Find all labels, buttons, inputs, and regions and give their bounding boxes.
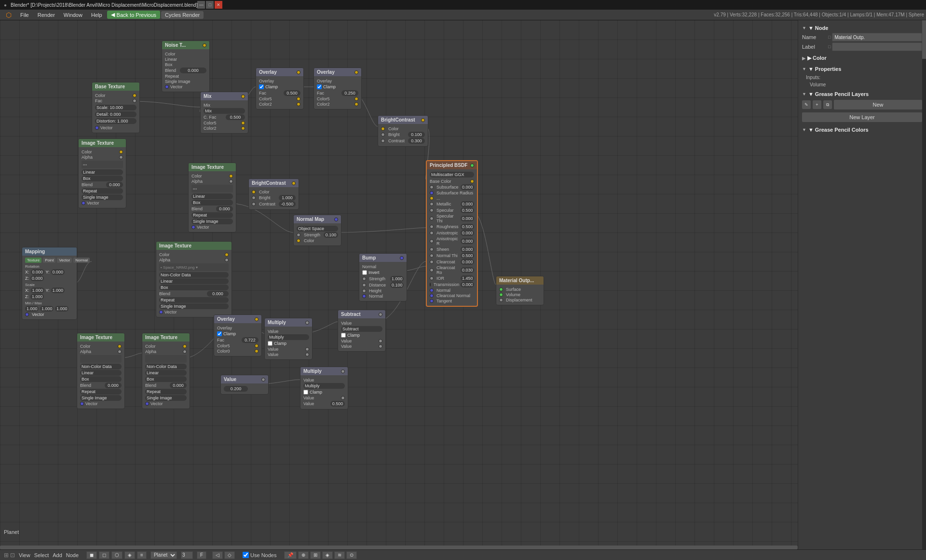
value-node: Value xyxy=(220,375,269,395)
fac-out-socket[interactable] xyxy=(133,99,136,103)
gp-colors-header[interactable]: ▼ ▼ Grease Pencil Colors xyxy=(802,126,922,134)
contrast-2[interactable] xyxy=(279,201,296,207)
view-menu[interactable]: View xyxy=(19,552,30,558)
help-menu[interactable]: Help xyxy=(87,11,106,19)
gp-new-button[interactable]: New xyxy=(834,100,922,109)
texture-btn[interactable]: Texture xyxy=(25,258,41,263)
color-out-socket[interactable] xyxy=(133,94,136,97)
view-btn-5[interactable]: ≡ xyxy=(137,551,147,559)
proj-2[interactable] xyxy=(191,200,233,205)
vector-socket[interactable] xyxy=(165,85,169,89)
volume-label: Volume xyxy=(810,82,922,87)
node-editor-scrollbar[interactable] xyxy=(0,546,798,549)
bright-val[interactable] xyxy=(408,132,425,137)
blend-3[interactable] xyxy=(207,291,229,297)
blender-menu[interactable]: ⬡ xyxy=(2,10,15,20)
gp-new-layer-button[interactable]: New Layer xyxy=(802,112,922,122)
source[interactable] xyxy=(82,194,123,200)
view-btn-3[interactable]: ⬡ xyxy=(111,551,123,559)
detail-field[interactable] xyxy=(95,111,136,117)
src-3[interactable] xyxy=(159,303,229,309)
add-menu[interactable]: Add xyxy=(53,552,62,558)
proj-3[interactable] xyxy=(159,285,229,290)
back-to-previous-button[interactable]: ◀ Back to Previous xyxy=(107,11,161,19)
scene-select[interactable]: Planet xyxy=(150,551,177,559)
gp-layers-section: ▼ ▼ Grease Pencil Layers ✎ + ⧉ New New L… xyxy=(802,90,922,123)
properties-section-header[interactable]: ▼ ▼ Properties xyxy=(802,65,922,73)
ctrl-btn-2[interactable]: ◇ xyxy=(224,551,235,559)
node-label-input[interactable] xyxy=(832,42,922,51)
ext-3[interactable] xyxy=(159,297,229,303)
distortion-field[interactable] xyxy=(95,118,136,124)
ctrl-btn-1[interactable]: ◁ xyxy=(212,551,223,559)
f-button[interactable]: F xyxy=(197,551,206,559)
scale-field[interactable] xyxy=(95,105,136,110)
image-preview[interactable]: ▪▪▪ xyxy=(82,161,123,168)
space-select[interactable] xyxy=(297,226,338,232)
more-controls: ◁ ◇ xyxy=(212,551,235,559)
node-editor[interactable]: Noise T... Color Linear Box Blend Repeat… xyxy=(0,20,798,549)
cfac-field[interactable] xyxy=(226,114,245,120)
right-panel-scrollbar[interactable] xyxy=(922,20,926,549)
gp-layers-header-row[interactable]: ▼ ▼ Grease Pencil Layers xyxy=(802,90,922,98)
gp-copy-icon[interactable]: ⧉ xyxy=(823,100,832,109)
extra-btn-1[interactable]: ≋ xyxy=(334,551,345,559)
node-section-header[interactable]: ▼ ▼ Node xyxy=(802,24,922,32)
img5-preview[interactable] xyxy=(145,355,187,363)
colorspace-3[interactable] xyxy=(159,272,229,278)
image-texture-node-2: Image Texture Color Alpha ▪▪▪ Blend xyxy=(188,163,236,232)
view-btn-1[interactable]: ◼ xyxy=(86,551,97,559)
close-button[interactable]: ✕ xyxy=(215,1,222,9)
output-socket[interactable] xyxy=(203,43,206,47)
use-nodes-label[interactable]: Use Nodes xyxy=(243,552,276,558)
point-btn[interactable]: Point xyxy=(43,258,55,263)
fac-field[interactable] xyxy=(284,90,300,96)
use-nodes-checkbox[interactable] xyxy=(243,552,249,558)
pin-btn[interactable]: 📌 xyxy=(284,551,297,559)
node-name-input[interactable] xyxy=(832,33,922,41)
extra-btn-2[interactable]: ⊙ xyxy=(346,551,357,559)
principled-bsdf-node: Principled BSDF Base Color Subsurface Su… xyxy=(426,160,478,307)
extension[interactable] xyxy=(82,188,123,194)
view-btn-4[interactable]: ◈ xyxy=(124,551,135,559)
color-section-header[interactable]: ▶ ▶ Color xyxy=(802,54,922,62)
ext-2[interactable] xyxy=(191,212,233,218)
bump-node: Bump Normal Invert Strength Distance xyxy=(359,253,407,301)
select-menu[interactable]: Select xyxy=(34,552,49,558)
file-menu[interactable]: File xyxy=(16,11,33,19)
bright-2[interactable] xyxy=(279,195,296,201)
layout-btn[interactable]: ⊞ xyxy=(310,551,321,559)
distribution[interactable] xyxy=(430,172,474,178)
node-menu[interactable]: Node xyxy=(66,552,79,558)
blend-field[interactable] xyxy=(180,68,206,73)
render-engine-select[interactable]: Cycles Render xyxy=(161,11,204,19)
img4-preview[interactable] xyxy=(80,355,122,363)
frame-input[interactable] xyxy=(181,551,193,559)
src-2[interactable] xyxy=(191,219,233,224)
minimize-button[interactable]: — xyxy=(197,1,205,9)
window-menu[interactable]: Window xyxy=(60,11,86,19)
strength-val[interactable] xyxy=(324,232,338,238)
properties-section: ▼ ▼ Properties Inputs: Volume xyxy=(802,65,922,87)
gp-add-icon[interactable]: + xyxy=(813,100,821,109)
normal-btn[interactable]: Normal xyxy=(73,258,90,263)
blend-val[interactable] xyxy=(106,182,123,188)
mix-type[interactable] xyxy=(204,108,245,114)
img-preview-3[interactable]: ▪ Space_NRM2.png ▾ xyxy=(159,263,229,271)
projection[interactable] xyxy=(82,176,123,181)
blend-2[interactable] xyxy=(216,206,233,212)
fac-field-2[interactable] xyxy=(341,90,358,96)
img-preview-2[interactable]: ▪▪▪ xyxy=(191,185,233,192)
view-btn-2[interactable]: ◻ xyxy=(99,551,109,559)
zoom-btn[interactable]: ⊕ xyxy=(298,551,309,559)
snap-btn[interactable]: ◈ xyxy=(322,551,333,559)
node-section: ▼ ▼ Node Name □ Label □ xyxy=(802,24,922,51)
interpolation[interactable] xyxy=(82,169,123,175)
vector-btn[interactable]: Vector xyxy=(57,258,72,263)
interp-3[interactable] xyxy=(159,278,229,284)
maximize-button[interactable]: □ xyxy=(206,1,214,9)
interp-2[interactable] xyxy=(191,193,233,199)
render-menu[interactable]: Render xyxy=(34,11,59,19)
contrast-val[interactable] xyxy=(408,138,425,144)
gp-pencil-icon[interactable]: ✎ xyxy=(802,100,811,109)
